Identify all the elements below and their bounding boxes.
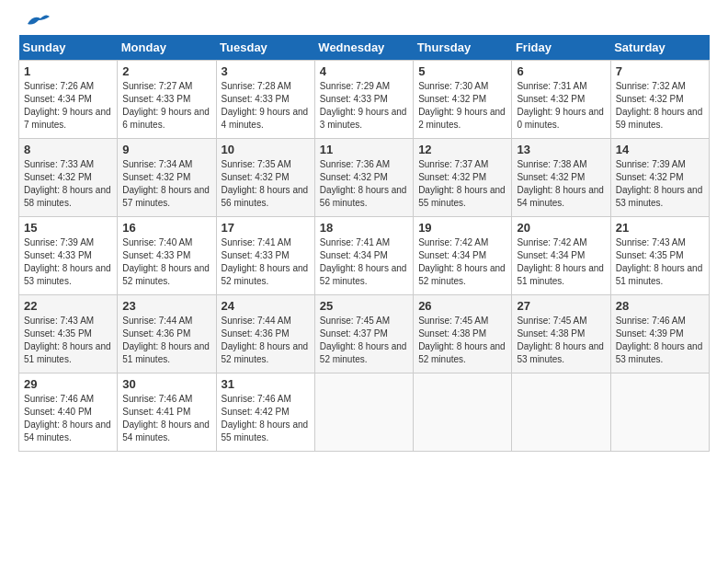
day-number: 22: [24, 299, 112, 313]
day-info: Sunrise: 7:44 AMSunset: 4:36 PMDaylight:…: [122, 316, 210, 364]
logo: [18, 18, 50, 26]
day-info: Sunrise: 7:46 AMSunset: 4:41 PMDaylight:…: [122, 394, 210, 442]
day-info: Sunrise: 7:40 AMSunset: 4:33 PMDaylight:…: [122, 237, 210, 286]
day-cell-24: 24 Sunrise: 7:44 AMSunset: 4:36 PMDaylig…: [216, 295, 314, 373]
day-number: 10: [222, 143, 310, 156]
day-number: 14: [616, 143, 704, 156]
day-number: 2: [122, 64, 210, 78]
day-info: Sunrise: 7:37 AMSunset: 4:32 PMDaylight:…: [418, 159, 506, 208]
column-header-saturday: Saturday: [610, 35, 709, 61]
logo-bird-icon: [20, 11, 50, 31]
calendar-header-row: SundayMondayTuesdayWednesdayThursdayFrid…: [19, 35, 710, 61]
day-cell-17: 17 Sunrise: 7:41 AMSunset: 4:33 PMDaylig…: [216, 217, 314, 295]
day-number: 3: [222, 64, 310, 78]
day-number: 12: [418, 143, 506, 156]
day-cell-14: 14 Sunrise: 7:39 AMSunset: 4:32 PMDaylig…: [610, 139, 709, 217]
day-info: Sunrise: 7:43 AMSunset: 4:35 PMDaylight:…: [24, 316, 111, 364]
day-cell-16: 16 Sunrise: 7:40 AMSunset: 4:33 PMDaylig…: [118, 217, 216, 295]
day-info: Sunrise: 7:46 AMSunset: 4:40 PMDaylight:…: [24, 394, 111, 442]
day-number: 26: [418, 299, 506, 313]
day-info: Sunrise: 7:45 AMSunset: 4:38 PMDaylight:…: [517, 316, 604, 364]
day-cell-6: 6 Sunrise: 7:31 AMSunset: 4:32 PMDayligh…: [512, 61, 610, 139]
day-info: Sunrise: 7:26 AMSunset: 4:34 PMDaylight:…: [24, 81, 111, 130]
column-header-thursday: Thursday: [414, 35, 512, 61]
day-cell-5: 5 Sunrise: 7:30 AMSunset: 4:32 PMDayligh…: [414, 61, 512, 139]
day-info: Sunrise: 7:44 AMSunset: 4:36 PMDaylight:…: [222, 316, 309, 364]
day-number: 5: [418, 64, 506, 78]
day-info: Sunrise: 7:42 AMSunset: 4:34 PMDaylight:…: [517, 237, 604, 286]
day-number: 15: [24, 221, 112, 235]
day-number: 19: [418, 221, 506, 235]
day-info: Sunrise: 7:34 AMSunset: 4:32 PMDaylight:…: [122, 159, 210, 208]
column-header-monday: Monday: [118, 35, 216, 61]
day-info: Sunrise: 7:28 AMSunset: 4:33 PMDaylight:…: [222, 81, 309, 130]
day-cell-29: 29 Sunrise: 7:46 AMSunset: 4:40 PMDaylig…: [19, 373, 118, 452]
calendar-table: SundayMondayTuesdayWednesdayThursdayFrid…: [18, 35, 710, 452]
day-info: Sunrise: 7:39 AMSunset: 4:33 PMDaylight:…: [24, 237, 111, 286]
day-cell-9: 9 Sunrise: 7:34 AMSunset: 4:32 PMDayligh…: [118, 139, 216, 217]
day-number: 23: [122, 299, 210, 313]
day-number: 27: [517, 299, 605, 313]
day-cell-8: 8 Sunrise: 7:33 AMSunset: 4:32 PMDayligh…: [19, 139, 118, 217]
day-info: Sunrise: 7:30 AMSunset: 4:32 PMDaylight:…: [418, 81, 506, 130]
day-number: 30: [122, 377, 210, 391]
day-info: Sunrise: 7:42 AMSunset: 4:34 PMDaylight:…: [418, 237, 506, 286]
empty-cell: [512, 373, 610, 452]
day-cell-10: 10 Sunrise: 7:35 AMSunset: 4:32 PMDaylig…: [216, 139, 314, 217]
day-cell-25: 25 Sunrise: 7:45 AMSunset: 4:37 PMDaylig…: [314, 295, 413, 373]
day-info: Sunrise: 7:45 AMSunset: 4:37 PMDaylight:…: [320, 316, 407, 364]
day-number: 9: [122, 143, 210, 156]
day-info: Sunrise: 7:39 AMSunset: 4:32 PMDaylight:…: [616, 159, 703, 208]
day-cell-3: 3 Sunrise: 7:28 AMSunset: 4:33 PMDayligh…: [216, 61, 314, 139]
day-number: 31: [222, 377, 310, 391]
day-cell-26: 26 Sunrise: 7:45 AMSunset: 4:38 PMDaylig…: [414, 295, 512, 373]
day-cell-7: 7 Sunrise: 7:32 AMSunset: 4:32 PMDayligh…: [610, 61, 709, 139]
day-number: 4: [320, 64, 408, 78]
day-cell-1: 1 Sunrise: 7:26 AMSunset: 4:34 PMDayligh…: [19, 61, 118, 139]
day-cell-27: 27 Sunrise: 7:45 AMSunset: 4:38 PMDaylig…: [512, 295, 610, 373]
page-header: [18, 18, 710, 26]
day-info: Sunrise: 7:31 AMSunset: 4:32 PMDaylight:…: [517, 81, 604, 130]
day-cell-30: 30 Sunrise: 7:46 AMSunset: 4:41 PMDaylig…: [118, 373, 216, 452]
day-number: 18: [320, 221, 408, 235]
day-info: Sunrise: 7:41 AMSunset: 4:33 PMDaylight:…: [222, 237, 309, 286]
day-number: 21: [616, 221, 704, 235]
day-number: 17: [222, 221, 310, 235]
week-row-2: 8 Sunrise: 7:33 AMSunset: 4:32 PMDayligh…: [19, 139, 710, 217]
day-info: Sunrise: 7:27 AMSunset: 4:33 PMDaylight:…: [122, 81, 210, 130]
day-cell-23: 23 Sunrise: 7:44 AMSunset: 4:36 PMDaylig…: [118, 295, 216, 373]
empty-cell: [314, 373, 413, 452]
day-info: Sunrise: 7:45 AMSunset: 4:38 PMDaylight:…: [418, 316, 506, 364]
day-cell-21: 21 Sunrise: 7:43 AMSunset: 4:35 PMDaylig…: [610, 217, 709, 295]
day-cell-15: 15 Sunrise: 7:39 AMSunset: 4:33 PMDaylig…: [19, 217, 118, 295]
day-cell-2: 2 Sunrise: 7:27 AMSunset: 4:33 PMDayligh…: [118, 61, 216, 139]
week-row-5: 29 Sunrise: 7:46 AMSunset: 4:40 PMDaylig…: [19, 373, 710, 452]
day-number: 25: [320, 299, 408, 313]
day-number: 20: [517, 221, 605, 235]
day-info: Sunrise: 7:38 AMSunset: 4:32 PMDaylight:…: [517, 159, 604, 208]
week-row-3: 15 Sunrise: 7:39 AMSunset: 4:33 PMDaylig…: [19, 217, 710, 295]
day-number: 6: [517, 64, 605, 78]
day-info: Sunrise: 7:36 AMSunset: 4:32 PMDaylight:…: [320, 159, 407, 208]
day-info: Sunrise: 7:41 AMSunset: 4:34 PMDaylight:…: [320, 237, 407, 286]
day-info: Sunrise: 7:46 AMSunset: 4:39 PMDaylight:…: [616, 316, 703, 364]
day-cell-4: 4 Sunrise: 7:29 AMSunset: 4:33 PMDayligh…: [314, 61, 413, 139]
column-header-sunday: Sunday: [19, 35, 118, 61]
day-cell-28: 28 Sunrise: 7:46 AMSunset: 4:39 PMDaylig…: [610, 295, 709, 373]
day-cell-20: 20 Sunrise: 7:42 AMSunset: 4:34 PMDaylig…: [512, 217, 610, 295]
day-cell-19: 19 Sunrise: 7:42 AMSunset: 4:34 PMDaylig…: [414, 217, 512, 295]
empty-cell: [414, 373, 512, 452]
day-cell-31: 31 Sunrise: 7:46 AMSunset: 4:42 PMDaylig…: [216, 373, 314, 452]
week-row-4: 22 Sunrise: 7:43 AMSunset: 4:35 PMDaylig…: [19, 295, 710, 373]
day-number: 28: [616, 299, 704, 313]
empty-cell: [610, 373, 709, 452]
day-number: 29: [24, 377, 112, 391]
day-info: Sunrise: 7:33 AMSunset: 4:32 PMDaylight:…: [24, 159, 111, 208]
week-row-1: 1 Sunrise: 7:26 AMSunset: 4:34 PMDayligh…: [19, 61, 710, 139]
day-info: Sunrise: 7:32 AMSunset: 4:32 PMDaylight:…: [616, 81, 703, 130]
day-info: Sunrise: 7:46 AMSunset: 4:42 PMDaylight:…: [222, 394, 309, 442]
day-cell-12: 12 Sunrise: 7:37 AMSunset: 4:32 PMDaylig…: [414, 139, 512, 217]
day-cell-13: 13 Sunrise: 7:38 AMSunset: 4:32 PMDaylig…: [512, 139, 610, 217]
column-header-friday: Friday: [512, 35, 610, 61]
column-header-wednesday: Wednesday: [314, 35, 413, 61]
